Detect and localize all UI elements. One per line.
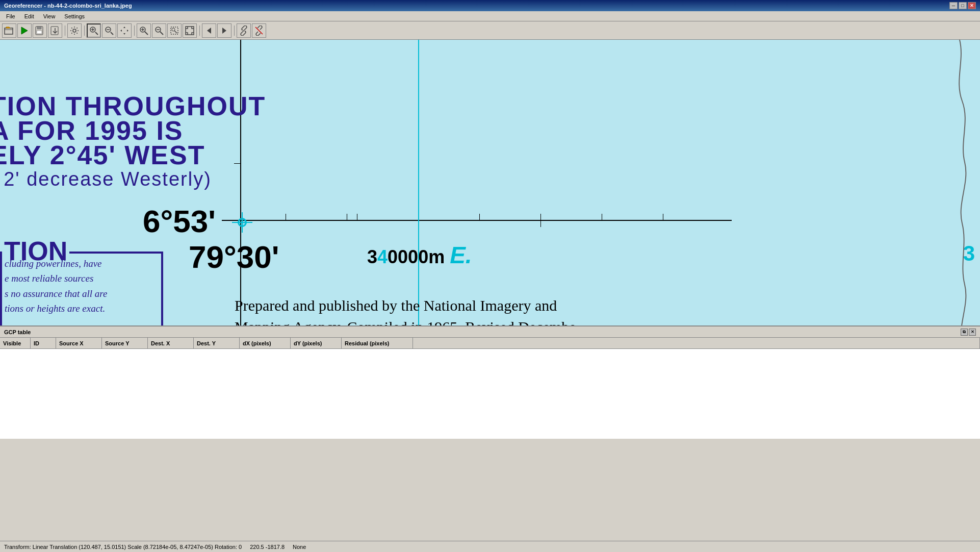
col-id[interactable]: ID (31, 338, 56, 348)
svg-marker-27 (222, 28, 226, 34)
col-visible[interactable]: Visible (0, 338, 31, 348)
gcp-title: GCP table (4, 329, 31, 335)
svg-rect-25 (186, 27, 194, 35)
status-transform: Transform: Linear Translation (120.487, … (4, 544, 242, 550)
toolbar-sep-4 (198, 23, 201, 38)
add-point-button[interactable] (87, 23, 101, 38)
canvas-area[interactable]: TION THROUGHOUT A FOR 1995 IS ELY 2°45' … (0, 40, 980, 325)
pan-left-button[interactable] (202, 23, 216, 38)
gcp-title-bar: GCP table ⧉ ✕ (0, 327, 980, 338)
gcp-close-button[interactable]: ✕ (969, 329, 976, 336)
coord-east: 340000m E. (367, 241, 472, 269)
svg-marker-1 (21, 27, 28, 34)
toolbar-sep-2 (83, 23, 86, 38)
title-bar-controls: ─ □ ✕ (949, 2, 976, 9)
crosshair-circle (238, 218, 247, 227)
svg-rect-4 (37, 31, 42, 34)
unlink-button[interactable] (252, 23, 266, 38)
open-button[interactable] (2, 23, 16, 38)
col-source-y[interactable]: Source Y (102, 338, 148, 348)
status-coords: 220.5 -1817.8 (250, 544, 285, 550)
horizontal-ruler-line (222, 220, 732, 221)
col-spacer (413, 338, 980, 348)
vertical-ruler-tick (234, 163, 241, 164)
svg-point-7 (73, 29, 76, 32)
ruler-tick-major-2 (540, 214, 541, 227)
svg-line-18 (145, 32, 148, 35)
settings-button[interactable] (67, 23, 82, 38)
description-text: Prepared and published by the National I… (235, 295, 576, 325)
toolbar-sep-5 (233, 23, 236, 38)
gcp-column-headers: Visible ID Source X Source Y Dest. X Des… (0, 338, 980, 349)
purple-box-text: cluding powerlines, have e most reliable… (5, 256, 107, 316)
gcp-panel: GCP table ⧉ ✕ Visible ID Source X Source… (0, 325, 980, 438)
load-gcp-button[interactable] (48, 23, 62, 38)
col-dy[interactable]: dY (pixels) (291, 338, 342, 348)
svg-line-28 (243, 30, 245, 32)
svg-rect-0 (5, 28, 13, 34)
col-dest-x[interactable]: Dest. X (148, 338, 194, 348)
zoom-box-button[interactable] (167, 23, 182, 38)
coord-lat: 6°53' (143, 203, 216, 239)
coastline-svg (858, 40, 980, 325)
zoom-in-button[interactable] (137, 23, 151, 38)
toolbar (0, 21, 980, 40)
pan-tool-button[interactable] (117, 23, 132, 38)
gcp-float-button[interactable]: ⧉ (961, 329, 968, 336)
title-bar: Georeferencer - nb-44-2-colombo-sri_lank… (0, 0, 980, 11)
vertical-axis-line (240, 40, 241, 325)
zoom-out-button[interactable] (152, 23, 166, 38)
pan-right-button[interactable] (217, 23, 231, 38)
save-gcp-button[interactable] (33, 23, 47, 38)
window-title: Georeferencer - nb-44-2-colombo-sri_lank… (4, 3, 132, 9)
gcp-title-controls: ⧉ ✕ (961, 329, 976, 336)
purple-box: TION cluding powerlines, have e most rel… (0, 252, 163, 325)
svg-line-21 (160, 32, 163, 35)
map-text-3: ELY 2°45' WEST (0, 140, 205, 170)
status-bar: Transform: Linear Translation (120.487, … (0, 541, 980, 552)
toolbar-sep-1 (63, 23, 66, 38)
ruler-tick-1 (286, 214, 286, 221)
col-dx[interactable]: dX (pixels) (240, 338, 291, 348)
delete-point-button[interactable] (102, 23, 116, 38)
minimize-button[interactable]: ─ (949, 2, 958, 9)
zoom-full-button[interactable] (183, 23, 197, 38)
svg-line-11 (95, 32, 98, 35)
gcp-body (0, 349, 980, 439)
ruler-tick-5 (479, 214, 480, 221)
menu-edit[interactable]: Edit (20, 12, 38, 20)
svg-marker-26 (207, 28, 211, 34)
menu-file[interactable]: File (2, 12, 19, 20)
cyan-vertical-line (418, 40, 419, 325)
ruler-tick-8 (663, 214, 663, 221)
col-source-x[interactable]: Source X (56, 338, 102, 348)
link-button[interactable] (237, 23, 251, 38)
run-button[interactable] (17, 23, 32, 38)
menu-settings[interactable]: Settings (60, 12, 89, 20)
ruler-tick-7 (602, 214, 602, 221)
svg-line-24 (174, 31, 177, 33)
svg-line-14 (111, 32, 113, 35)
menu-view[interactable]: View (39, 12, 60, 20)
map-text-4: - 2' decrease Westerly) (0, 168, 212, 190)
maximize-button[interactable]: □ (959, 2, 967, 9)
svg-rect-3 (37, 27, 41, 29)
crosshair-container[interactable] (232, 212, 252, 233)
close-button[interactable]: ✕ (968, 2, 976, 9)
status-extra: None (293, 544, 306, 550)
toolbar-sep-3 (133, 23, 136, 38)
ruler-tick-3 (357, 214, 357, 221)
svg-rect-5 (51, 27, 58, 35)
menu-bar: File Edit View Settings (0, 11, 980, 21)
coord-lon: 79°30' (189, 239, 279, 275)
col-residual[interactable]: Residual (pixels) (342, 338, 413, 348)
ruler-tick-2 (347, 214, 347, 221)
col-dest-y[interactable]: Dest. Y (194, 338, 240, 348)
